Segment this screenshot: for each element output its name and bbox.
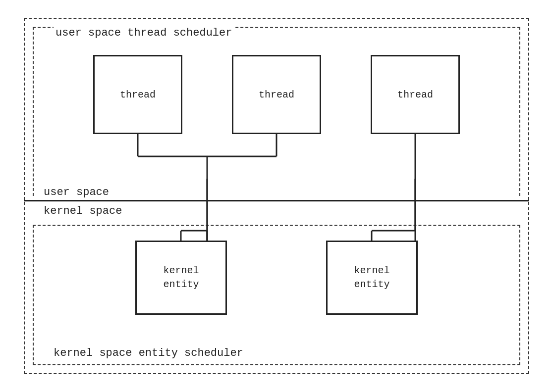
user-space-label: user space [44, 186, 109, 198]
kernel-space-label: kernel space [44, 205, 122, 217]
kernel-entity-label-2: kernelentity [354, 264, 389, 292]
user-kernel-divider [24, 200, 529, 201]
thread-label-2: thread [259, 89, 294, 100]
thread-label-3: thread [397, 89, 433, 100]
inner-dashed-lower [33, 225, 520, 365]
kernel-scheduler-label: kernel space entity scheduler [54, 347, 243, 359]
thread-box-2: thread [232, 55, 321, 134]
kernel-entity-box-1: kernelentity [135, 241, 227, 315]
thread-box-1: thread [93, 55, 182, 134]
thread-label-1: thread [120, 89, 156, 100]
user-space-scheduler-label: user space thread scheduler [54, 27, 234, 39]
thread-box-3: thread [371, 55, 460, 134]
kernel-entity-box-2: kernelentity [326, 241, 418, 315]
diagram-container: user space thread scheduler thread threa… [24, 18, 529, 374]
kernel-entity-label-1: kernelentity [163, 264, 199, 292]
